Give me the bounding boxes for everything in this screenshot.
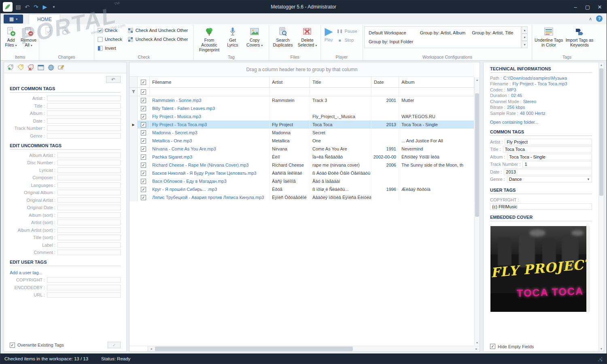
- cell-filename[interactable]: Ляпис Трубецкой - Авария против Ляписа К…: [150, 193, 270, 201]
- validate-changes-button[interactable]: [40, 25, 57, 38]
- cell-filename[interactable]: Richard Cheese - Rape Me (Nirvana Cover)…: [150, 161, 270, 169]
- column-header-date[interactable]: Date: [371, 77, 399, 87]
- column-header-album[interactable]: Album: [399, 77, 474, 87]
- cell-artist[interactable]: Fly Project: [270, 121, 310, 129]
- filter-cell[interactable]: [150, 88, 270, 96]
- undo-icon[interactable]: ↶: [24, 4, 30, 10]
- group-by-dropzone[interactable]: Drag a column header here to group by th…: [129, 62, 474, 77]
- cell-album[interactable]: Nevermind: [399, 145, 474, 153]
- tag-input[interactable]: [57, 235, 121, 240]
- cell-date[interactable]: 2006: [371, 161, 399, 169]
- filter-funnel-icon[interactable]: [129, 88, 138, 96]
- search-duplicates-button[interactable]: Search Duplicates: [270, 25, 295, 49]
- scroll-down-icon[interactable]: ▼: [475, 340, 480, 345]
- cell-filename[interactable]: Fly Project - Toca Toca.mp3: [150, 121, 270, 129]
- cell-album[interactable]: [399, 129, 474, 137]
- cell-album[interactable]: [399, 177, 474, 185]
- row-checkbox[interactable]: ✓: [138, 185, 150, 193]
- cell-filename[interactable]: Fly Project - Musica.mp3: [150, 112, 270, 121]
- tag-input[interactable]: [57, 212, 121, 218]
- tag-value-input[interactable]: 2013: [504, 169, 592, 175]
- cell-filename[interactable]: Pachka Sigaret.mp3: [150, 153, 270, 161]
- web-source-icon[interactable]: [47, 63, 55, 72]
- tag-input[interactable]: [57, 227, 121, 233]
- cell-filename[interactable]: Вася Обломов - Еду в Магадан.mp3: [150, 177, 270, 185]
- filter-cell[interactable]: [270, 88, 310, 96]
- add-files-button[interactable]: Add Files ▾: [2, 25, 19, 49]
- cell-date[interactable]: [371, 112, 399, 121]
- gallery-down-icon[interactable]: ▼: [522, 34, 528, 41]
- cell-title[interactable]: [310, 104, 371, 112]
- tag-value-input[interactable]: Toca Toca: [503, 146, 592, 152]
- cell-album[interactable]: The Sunny side of the Moon, th: [399, 161, 474, 169]
- table-row[interactable]: ✓Rammstein - Sonne.mp3RammsteinTrack 320…: [129, 96, 474, 104]
- cell-album[interactable]: [399, 193, 474, 201]
- cell-artist[interactable]: Âàñÿ Îáëîìîâ: [270, 177, 310, 185]
- row-checkbox[interactable]: ✓: [138, 177, 150, 185]
- hide-empty-fields-checkbox[interactable]: ✓: [490, 344, 495, 349]
- tag-input[interactable]: [57, 160, 121, 165]
- row-checkbox[interactable]: ✓: [138, 104, 150, 112]
- scroll-up-icon[interactable]: ▲: [599, 62, 604, 68]
- filter-cell[interactable]: [310, 88, 371, 96]
- workspace-item-artist-album[interactable]: Group by: Artist, Album: [417, 28, 469, 37]
- cell-title[interactable]: Secret: [310, 129, 371, 137]
- horizontal-scroll-thumb[interactable]: [155, 347, 353, 351]
- cell-date[interactable]: 2002-00-00: [371, 153, 399, 161]
- tag-input[interactable]: [57, 190, 121, 195]
- table-row[interactable]: ✓Вася Обломов - Еду в Магадан.mp3Âàñÿ Îá…: [129, 177, 474, 185]
- cell-title[interactable]: Fly_Project_-_Musica: [310, 112, 371, 121]
- filter-cell[interactable]: [371, 88, 399, 96]
- row-checkbox[interactable]: ✓: [138, 153, 150, 161]
- cell-filename[interactable]: Rammstein - Sonne.mp3: [150, 96, 270, 104]
- save-icon[interactable]: ▤: [15, 4, 21, 10]
- gallery-up-icon[interactable]: ▲: [522, 26, 528, 34]
- row-checkbox[interactable]: ✓: [138, 96, 150, 104]
- cell-title[interactable]: ß ïðîø¸ë Ñèáèðü...: [310, 185, 371, 193]
- cell-title[interactable]: Toca Toca: [310, 121, 371, 129]
- copyright-input[interactable]: (c) FRIMusic: [490, 203, 592, 210]
- row-checkbox[interactable]: ✓: [138, 121, 150, 129]
- cell-date[interactable]: [371, 104, 399, 112]
- collapse-ribbon-icon[interactable]: ∧: [589, 16, 592, 21]
- tag-input[interactable]: [47, 118, 121, 124]
- table-row[interactable]: ✓Madonna - Secret.mp3MadonnaSecret: [129, 129, 474, 137]
- column-header-filename[interactable]: Filename: [150, 77, 270, 87]
- open-containing-folder-link[interactable]: Open containing folder...: [490, 120, 592, 125]
- cell-album[interactable]: Mutter: [399, 96, 474, 104]
- tab-home[interactable]: HOME: [29, 14, 60, 24]
- cell-title[interactable]: One: [310, 137, 371, 145]
- close-button[interactable]: ✕: [594, 0, 606, 13]
- cell-artist[interactable]: [270, 104, 310, 112]
- tag-input[interactable]: [57, 242, 121, 248]
- cell-album[interactable]: Toca Toca - Single: [399, 121, 474, 129]
- minimize-button[interactable]: –: [569, 0, 582, 13]
- cell-date[interactable]: [371, 169, 399, 177]
- qat-customize-caret-icon[interactable]: ▾: [51, 5, 57, 9]
- tag-value-input[interactable]: Dance▼: [507, 176, 592, 182]
- cell-album[interactable]: WAP.TEGOS.RU: [399, 112, 474, 121]
- remove-all-button[interactable]: Remove All ▾: [19, 25, 38, 49]
- scroll-up-icon[interactable]: ▲: [475, 77, 480, 83]
- revert-tags-button[interactable]: ↶: [106, 76, 121, 83]
- cell-filename[interactable]: Madonna - Secret.mp3: [150, 129, 270, 137]
- cell-artist[interactable]: Rammstein: [270, 96, 310, 104]
- acoustic-fingerprint-button[interactable]: From Acoustic Fingerprint: [195, 25, 223, 53]
- tag-input[interactable]: [57, 205, 121, 210]
- pause-button[interactable]: ❚❚ Pause: [335, 27, 359, 36]
- table-row[interactable]: ✓Круг - Я прошёл Сибирь... .mp3Êðóãß ïðî…: [129, 185, 474, 193]
- table-row[interactable]: ✓Pachka Sigaret.mp3ÊèíîÏà÷êà Ñèãàðåò2002…: [129, 153, 474, 161]
- tag-input[interactable]: [47, 95, 121, 101]
- cell-filename[interactable]: Nirvana - Come As You Are.mp3: [150, 145, 270, 153]
- table-row[interactable]: ▶✓Fly Project - Toca Toca.mp3Fly Project…: [129, 121, 474, 129]
- get-lyrics-button[interactable]: Get Lyrics: [223, 25, 242, 49]
- cell-album[interactable]: [399, 169, 474, 177]
- check-button[interactable]: Check: [96, 26, 124, 35]
- cell-album[interactable]: Èñòîðèÿ Ýòîãî Ìèðà: [399, 153, 474, 161]
- row-checkbox[interactable]: ✓: [138, 193, 150, 201]
- columns-icon[interactable]: [37, 63, 45, 72]
- cell-date[interactable]: [371, 137, 399, 145]
- row-checkbox[interactable]: ✓: [138, 137, 150, 145]
- row-checkbox[interactable]: ✓: [138, 129, 150, 137]
- table-row[interactable]: ✓Басков Николай - Я Буду Руки Твои Целов…: [129, 169, 474, 177]
